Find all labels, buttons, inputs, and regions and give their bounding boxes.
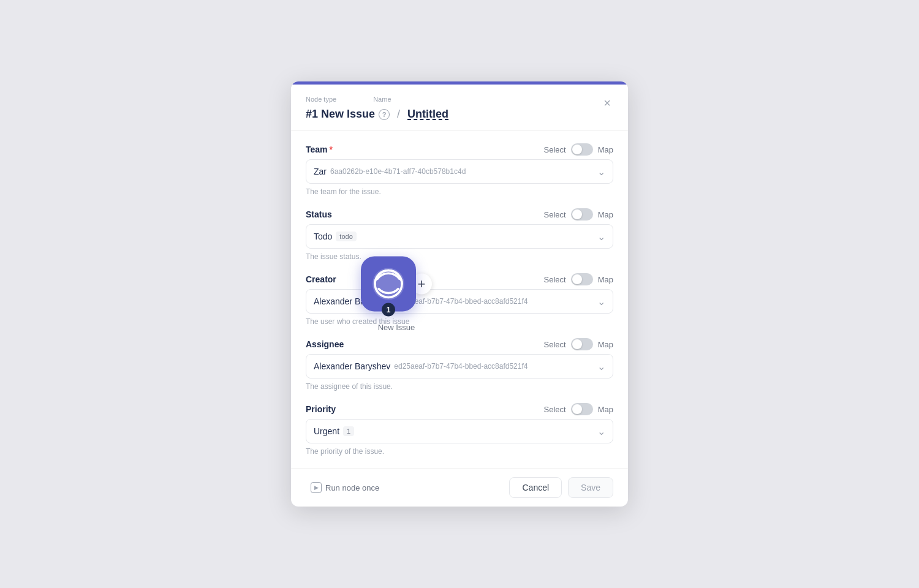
creator-toggle[interactable] [571, 273, 593, 285]
required-star: * [330, 145, 333, 154]
team-select-label: Select [544, 145, 566, 154]
run-node-button[interactable]: ▶ Run node once [306, 480, 384, 496]
team-controls: Select Map [544, 143, 613, 156]
name-label: Name [373, 96, 391, 103]
status-tag: todo [336, 232, 356, 241]
assignee-label: Assignee [306, 339, 344, 349]
cancel-button[interactable]: Cancel [509, 477, 562, 498]
linear-logo-svg [373, 268, 404, 300]
close-button[interactable]: × [599, 94, 616, 111]
creator-description: The user who created this issue [306, 317, 613, 326]
modal-name-value[interactable]: Untitled [407, 108, 448, 121]
node-title: #1 New Issue ? [306, 108, 390, 121]
status-toggle[interactable] [571, 208, 593, 221]
field-assignee: Assignee Select Map Alexander Baryshev e… [306, 338, 613, 391]
creator-map-label: Map [598, 275, 613, 284]
creator-chevron-icon: ⌄ [597, 296, 605, 307]
creator-select-box[interactable]: Alexander Baryshev ed25aeaf-b7b7-47b4-bb… [306, 289, 613, 314]
assignee-chevron-icon: ⌄ [597, 361, 605, 372]
status-chevron-icon: ⌄ [597, 231, 605, 243]
status-select-box[interactable]: Todo todo ⌄ [306, 224, 613, 249]
team-toggle[interactable] [571, 143, 593, 156]
assignee-select-label: Select [544, 340, 566, 349]
help-icon[interactable]: ? [379, 109, 390, 120]
play-icon: ▶ [311, 482, 322, 493]
creator-controls: Select Map [544, 273, 613, 285]
status-label: Status [306, 209, 332, 219]
team-select-box[interactable]: Zar 6aa0262b-e10e-4b71-aff7-40cb578b1c4d… [306, 159, 613, 184]
modal-dialog: Node type Name #1 New Issue ? / Untitled… [291, 81, 628, 507]
status-description: The issue status. [306, 252, 613, 261]
assignee-controls: Select Map [544, 338, 613, 350]
app-icon-container: 1 + New Issue [361, 257, 432, 332]
run-node-label: Run node once [325, 483, 379, 492]
assignee-value-sub: ed25aeaf-b7b7-47b4-bbed-acc8afd521f4 [394, 362, 528, 371]
field-status: Status Select Map Todo todo ⌄ The issue … [306, 208, 613, 261]
team-chevron-icon: ⌄ [597, 166, 605, 178]
team-value-sub: 6aa0262b-e10e-4b71-aff7-40cb578b1c4d [330, 167, 466, 176]
node-type-label: Node type [306, 96, 336, 103]
priority-controls: Select Map [544, 403, 613, 415]
priority-select-label: Select [544, 405, 566, 414]
priority-description: The priority of the issue. [306, 447, 613, 456]
badge: 1 [382, 303, 395, 317]
status-controls: Select Map [544, 208, 613, 221]
assignee-toggle[interactable] [571, 338, 593, 350]
modal-body: Team * Select Map Zar 6aa0262b-e10e-4b71… [291, 131, 628, 468]
creator-label: Creator [306, 274, 336, 284]
modal-header: Node type Name #1 New Issue ? / Untitled… [291, 85, 628, 131]
team-value-main: Zar [314, 167, 327, 176]
app-icon[interactable]: 1 [361, 257, 416, 312]
priority-tag: 1 [343, 426, 354, 436]
assignee-value-main: Alexander Baryshev [314, 361, 390, 371]
save-button[interactable]: Save [568, 477, 613, 498]
creator-select-label: Select [544, 275, 566, 284]
priority-select-box[interactable]: Urgent 1 ⌄ [306, 419, 613, 443]
status-select-label: Select [544, 210, 566, 219]
status-value-main: Todo [314, 232, 332, 241]
priority-map-label: Map [598, 405, 613, 414]
field-team: Team * Select Map Zar 6aa0262b-e10e-4b71… [306, 143, 613, 196]
field-creator: Creator Select Map Alexander Baryshev ed… [306, 273, 613, 326]
field-priority: Priority Select Map Urgent 1 ⌄ The prior… [306, 403, 613, 456]
app-icon-wrapper: 1 + [361, 257, 432, 312]
footer-actions: Cancel Save [509, 477, 613, 498]
assignee-description: The assignee of this issue. [306, 382, 613, 391]
assignee-select-box[interactable]: Alexander Baryshev ed25aeaf-b7b7-47b4-bb… [306, 354, 613, 379]
app-name: New Issue [378, 323, 415, 332]
status-map-label: Map [598, 210, 613, 219]
assignee-map-label: Map [598, 340, 613, 349]
team-description: The team for the issue. [306, 187, 613, 196]
team-label: Team * [306, 145, 333, 154]
priority-label: Priority [306, 404, 336, 414]
priority-value-main: Urgent [314, 426, 339, 436]
modal-footer: ▶ Run node once Cancel Save [291, 468, 628, 507]
team-map-label: Map [598, 145, 613, 154]
priority-toggle[interactable] [571, 403, 593, 415]
priority-chevron-icon: ⌄ [597, 426, 605, 437]
separator: / [397, 108, 400, 121]
